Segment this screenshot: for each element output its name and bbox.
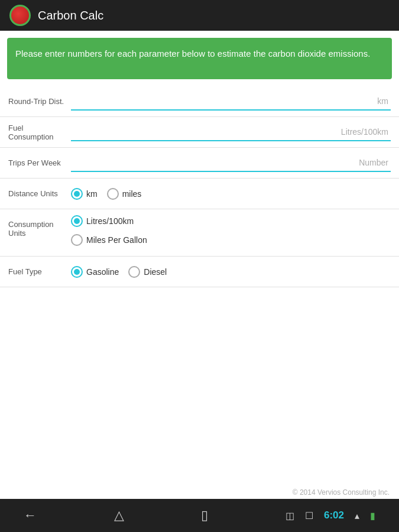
consumption-mpg-label: Miles Per Gallon (86, 235, 147, 245)
fuel-consumption-input[interactable] (71, 124, 391, 141)
consumption-mpg-radio[interactable] (71, 234, 83, 246)
trips-per-week-label: Trips Per Week (0, 158, 71, 167)
fuel-diesel-label: Diesel (144, 267, 167, 277)
consumption-litres-label: Litres/100km (86, 216, 134, 226)
fuel-consumption-label: Fuel Consumption (0, 124, 71, 141)
nav-bar: ← △ ▯ ◫ ☐ 6:02 ▴ ▮ (0, 499, 399, 532)
consumption-mpg-option[interactable]: Miles Per Gallon (71, 234, 391, 246)
status-bar: ◫ ☐ 6:02 ▴ ▮ (286, 510, 375, 521)
distance-units-label: Distance Units (0, 189, 71, 198)
screenshot-icon: ◫ (286, 510, 294, 521)
fuel-diesel-option[interactable]: Diesel (128, 266, 167, 278)
wifi-icon: ▴ (355, 510, 359, 521)
consumption-units-row: ConsumptionUnits Litres/100km Miles Per … (0, 209, 399, 257)
sim-icon: ☐ (305, 510, 313, 521)
fuel-type-row: Fuel Type Gasoline Diesel (0, 257, 399, 287)
fuel-type-options: Gasoline Diesel (71, 259, 399, 285)
info-banner: Please enter numbers for each parameter … (7, 38, 392, 79)
app-title: Carbon Calc (38, 9, 103, 22)
fuel-type-label: Fuel Type (0, 267, 71, 276)
fuel-gasoline-radio[interactable] (71, 266, 83, 278)
trips-per-week-input[interactable] (71, 154, 391, 172)
round-trip-input-area (71, 93, 399, 111)
round-trip-label: Round-Trip Dist. (0, 97, 71, 106)
distance-units-options: km miles (71, 181, 399, 207)
banner-text: Please enter numbers for each parameter … (15, 48, 370, 59)
content-area: Please enter numbers for each parameter … (0, 31, 399, 499)
round-trip-row: Round-Trip Dist. (0, 86, 399, 117)
distance-km-option[interactable]: km (71, 188, 98, 200)
recents-button[interactable]: ▯ (201, 508, 208, 523)
fuel-gasoline-label: Gasoline (86, 267, 119, 277)
app-icon (9, 5, 31, 26)
distance-km-radio[interactable] (71, 188, 83, 200)
copyright-text: © 2014 Vervios Consulting Inc. (293, 488, 390, 497)
distance-miles-label: miles (122, 189, 142, 199)
trips-per-week-input-area (71, 154, 399, 172)
consumption-units-options: Litres/100km Miles Per Gallon (71, 209, 399, 252)
distance-miles-option[interactable]: miles (107, 188, 142, 200)
back-button[interactable]: ← (24, 508, 37, 523)
home-button[interactable]: △ (114, 508, 124, 523)
distance-km-label: km (86, 189, 98, 199)
round-trip-input[interactable] (71, 93, 391, 111)
distance-units-row: Distance Units km miles (0, 179, 399, 209)
consumption-litres-option[interactable]: Litres/100km (71, 215, 391, 227)
fuel-gasoline-option[interactable]: Gasoline (71, 266, 119, 278)
fuel-consumption-input-area (71, 124, 399, 141)
trips-per-week-row: Trips Per Week (0, 148, 399, 179)
distance-miles-radio[interactable] (107, 188, 119, 200)
app-bar: Carbon Calc (0, 0, 399, 31)
fuel-diesel-radio[interactable] (128, 266, 140, 278)
distance-radio-group: km miles (71, 181, 391, 207)
status-time: 6:02 (324, 510, 344, 521)
fuel-type-radio-group: Gasoline Diesel (71, 259, 391, 285)
consumption-units-label: ConsumptionUnits (0, 209, 71, 238)
fuel-consumption-row: Fuel Consumption (0, 117, 399, 148)
consumption-litres-radio[interactable] (71, 215, 83, 227)
battery-icon: ▮ (370, 510, 375, 521)
